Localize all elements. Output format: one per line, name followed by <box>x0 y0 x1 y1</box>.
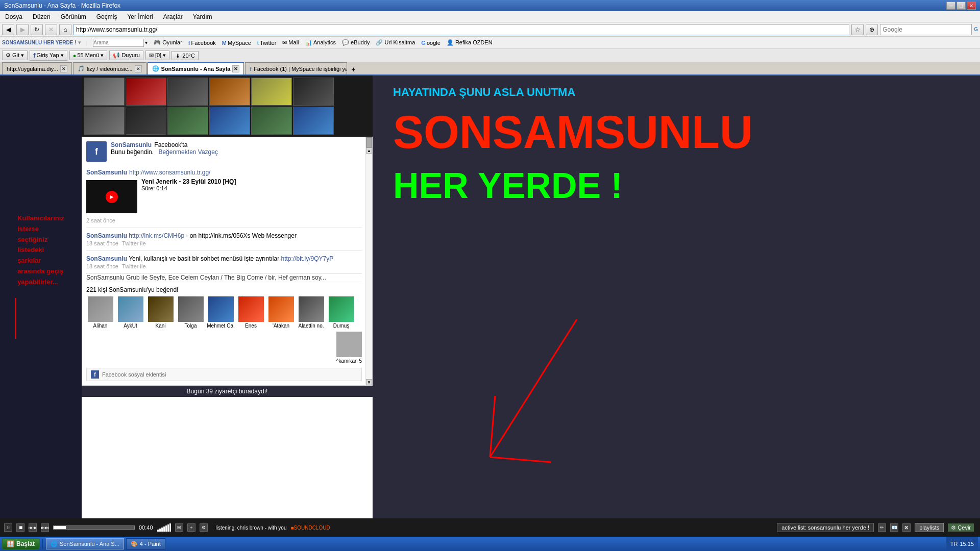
post3-user[interactable]: SonSamsunlu <box>86 255 127 262</box>
play-button[interactable]: ▶ <box>106 191 118 203</box>
bookmark-google[interactable]: Google <box>419 39 442 47</box>
close-button[interactable]: ✕ <box>967 2 976 10</box>
bookmark-mail[interactable]: ✉ Mail <box>280 38 301 47</box>
menu-araclar[interactable]: Araçlar <box>160 12 186 21</box>
forward-button[interactable]: ▶ <box>16 24 29 35</box>
fb-page-name[interactable]: SonSamsunlu <box>111 141 152 148</box>
like-kani[interactable]: Kani <box>146 296 175 329</box>
close-icon-player[interactable]: ⊠ <box>902 523 911 532</box>
tab-close-sonsamsunlu[interactable]: ✕ <box>232 65 239 72</box>
toolbar-weather[interactable]: 🌡 20°C <box>172 51 199 60</box>
post3-link[interactable]: http://bit.ly/9QY7yP <box>281 255 334 262</box>
scroll-arrow-up[interactable]: ▲ <box>366 147 372 154</box>
image-thumb-8[interactable] <box>126 107 166 135</box>
bookmark-myspace[interactable]: M MySpace <box>220 39 253 47</box>
post1-url[interactable]: http://www.sonsamsunlu.tr.gg/ <box>129 169 210 176</box>
like-enes[interactable]: Enes <box>237 296 265 329</box>
bookmark-ebuddy[interactable]: 💬 eBuddy <box>340 38 372 47</box>
home-button[interactable]: ⌂ <box>59 24 71 35</box>
like-tolga[interactable]: Tolga <box>177 296 205 329</box>
image-thumb-10[interactable] <box>209 107 250 135</box>
image-thumb-6[interactable] <box>293 78 334 106</box>
next-button[interactable]: ⏭⏭ <box>41 523 49 532</box>
progress-bar[interactable] <box>53 525 135 530</box>
start-button[interactable]: 🪟 Başlat <box>2 538 39 549</box>
prev-button[interactable]: ⏮⏮ <box>29 523 37 532</box>
taskbar-item-sonsamsunlu[interactable]: 🌐 SonSamsunlu - Ana S... <box>46 538 124 549</box>
menu-gorunum[interactable]: Görünüm <box>58 12 89 21</box>
menu-dosya[interactable]: Dosya <box>2 12 26 21</box>
bookmark-oyunlar[interactable]: 🎮 Oyunlar <box>152 38 184 47</box>
new-tab-button[interactable]: + <box>348 64 358 74</box>
bookmark-arama[interactable]: ▾ <box>91 38 150 48</box>
back-button[interactable]: ◀ <box>2 24 14 35</box>
more-user[interactable]: ^kamikan 5 <box>336 332 362 364</box>
toolbar-giris[interactable]: f Giriş Yap ▾ <box>30 50 67 61</box>
fb-unlike-link[interactable]: Beğenmekten Vazgeç <box>158 148 218 156</box>
star-button[interactable]: ☆ <box>851 24 864 35</box>
tab-sonsamsunlu[interactable]: 🌐 SonSamsunlu - Ana Sayfa ✕ <box>148 62 244 74</box>
menu-duzen[interactable]: Düzen <box>30 12 54 21</box>
bookmark-twitter[interactable]: t Twitter <box>255 39 278 47</box>
like-dumus[interactable]: Dumuş <box>327 296 355 329</box>
taskbar-item-paint[interactable]: 🎨 4 - Paint <box>126 538 165 549</box>
toolbar-git[interactable]: ⚙ Git ▾ <box>2 51 28 60</box>
menu-yardim[interactable]: Yardım <box>190 12 215 21</box>
image-thumb-9[interactable] <box>167 107 208 135</box>
toolbar-notif[interactable]: ✉ [0] ▾ <box>145 51 169 60</box>
image-thumb-2[interactable] <box>126 78 166 106</box>
image-thumb-12[interactable] <box>293 107 334 135</box>
scroll-thumb[interactable] <box>366 137 372 147</box>
post2-url[interactable]: http://lnk.ms/CMH6p <box>129 232 184 239</box>
settings-icon-player[interactable]: ⚙ <box>200 523 208 532</box>
like-atakan[interactable]: 'Atakan <box>267 296 295 329</box>
image-thumb-11[interactable] <box>251 107 292 135</box>
tab-close-fizy[interactable]: ✕ <box>135 65 142 72</box>
image-thumb-5[interactable] <box>251 78 292 106</box>
bookmark-analytics[interactable]: 📊 Analytics <box>303 38 338 47</box>
playlists-button[interactable]: playlists <box>915 523 944 532</box>
scroll-arrow-down[interactable]: ▼ <box>366 379 372 385</box>
stop-button-player[interactable]: ⏹ <box>16 523 24 532</box>
bookmark-button[interactable]: ⊕ <box>866 24 878 35</box>
share-icon-player[interactable]: 📧 <box>890 523 898 532</box>
reload-button[interactable]: ↻ <box>31 24 43 35</box>
post2-user[interactable]: SonSamsunlu <box>86 232 127 239</box>
image-thumb-3[interactable] <box>167 78 208 106</box>
like-alihan[interactable]: Alihan <box>86 296 114 329</box>
like-img-atakan <box>268 296 294 322</box>
minimize-button[interactable]: ─ <box>946 2 955 10</box>
search-input[interactable] <box>880 24 972 35</box>
add-icon-player[interactable]: + <box>187 523 195 532</box>
bookmark-search-input[interactable] <box>93 39 144 47</box>
active-list[interactable]: active list: sonsamsunlu her yerde ! <box>777 523 874 532</box>
pause-button[interactable]: ⏸ <box>4 523 12 532</box>
scrollbar[interactable]: ▲ ▼ <box>365 137 372 385</box>
cevir-btn[interactable]: ⚙ Çevir <box>948 524 974 531</box>
tab-fizy[interactable]: 🎵 fizy / videomusic... ✕ <box>73 62 146 74</box>
post1-user[interactable]: SonSamsunlu <box>86 169 127 176</box>
address-bar[interactable] <box>74 24 849 35</box>
toolbar-ss-menu[interactable]: ● 55 Menü ▾ <box>69 51 108 60</box>
like-alaettin[interactable]: Alaettin no. <box>297 296 325 329</box>
mail-icon-player[interactable]: ✉ <box>175 523 183 532</box>
like-aykut[interactable]: AykUt <box>116 296 144 329</box>
tab-uygulama[interactable]: http://uygulama.diy... ✕ <box>2 62 72 74</box>
tab-close-uygulama[interactable]: ✕ <box>60 65 67 72</box>
maximize-button[interactable]: □ <box>957 2 966 10</box>
image-thumb-1[interactable] <box>84 78 125 106</box>
image-thumb-4[interactable] <box>209 78 250 106</box>
bookmark-url[interactable]: 🔗 Url Kısaltma <box>374 38 417 47</box>
image-thumb-7[interactable] <box>84 107 125 135</box>
like-mehmet[interactable]: Mehmet Ca. <box>207 296 235 329</box>
bookmark-refika[interactable]: 👤 Refika ÖZDEN <box>445 38 495 47</box>
left-text-line4: listedeki <box>17 245 64 256</box>
tab-facebook[interactable]: f Facebook (1) | MySpace ile işbirliği y… <box>245 62 347 74</box>
toolbar-duyuru[interactable]: 📢 Duyuru <box>109 51 143 60</box>
edit-icon-player[interactable]: ✏ <box>878 523 886 532</box>
menu-yerimleri[interactable]: Yer İmleri <box>124 12 156 21</box>
video-thumbnail[interactable]: ▶ <box>86 180 137 213</box>
stop-button[interactable]: ✕ <box>45 24 57 35</box>
menu-gecmis[interactable]: Geçmiş <box>93 12 120 21</box>
bookmark-facebook[interactable]: f Facebook <box>186 39 218 47</box>
